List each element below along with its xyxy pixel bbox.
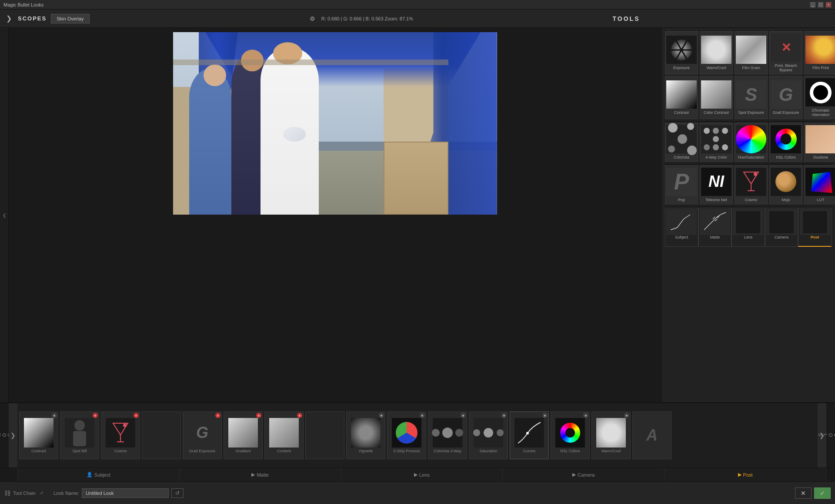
maximize-button[interactable]: □ <box>818 2 824 8</box>
collapse-button[interactable]: ❯ <box>4 13 13 24</box>
strip-item-colorista3[interactable]: ● Colorista 3-Way <box>428 411 467 459</box>
colorista-label: Colorista <box>674 155 689 159</box>
tool-colorcontrast[interactable]: Color Contrast <box>700 76 733 119</box>
tool-gradexposure[interactable]: G Grad Exposure <box>769 76 802 119</box>
tool-spotexposure[interactable]: S Spot Exposure <box>735 76 768 119</box>
section-post[interactable]: ▶ Post <box>665 468 826 481</box>
strip-close-vignette[interactable]: ● <box>379 413 384 418</box>
cosmo-martini-svg <box>111 421 130 445</box>
mojo-icon <box>771 168 801 196</box>
section-lens[interactable]: ▶ Lens <box>341 468 503 481</box>
post-curve-svg <box>802 210 828 234</box>
strip-item-cosmo[interactable]: ● Cosmo <box>101 411 140 459</box>
tools-row-1: Exposure Warm/Cool Film Grain <box>665 31 832 74</box>
strip-close-content[interactable]: ● <box>297 413 302 418</box>
minimize-button[interactable]: _ <box>810 2 816 8</box>
strip-close-colorista3[interactable]: ● <box>461 413 466 418</box>
strip-close-gradient[interactable]: ● <box>256 413 261 418</box>
strip-item-saturation[interactable]: ● Saturation <box>469 411 508 459</box>
circle-outline <box>810 82 832 103</box>
strip-item-curves[interactable]: ● Curves <box>510 411 549 459</box>
spotexposure-label: Spot Exposure <box>738 110 764 115</box>
strip-thumb-hslcolors <box>555 418 585 448</box>
strip-thumb-contrast <box>23 418 54 448</box>
looks-labels: L O O K S <box>0 403 9 468</box>
section-matte[interactable]: ▶ Matte <box>180 468 341 481</box>
3d-cube <box>811 172 832 193</box>
strip-item-gradient[interactable]: ● Gradient <box>224 411 263 459</box>
tool-cosmo[interactable]: Cosmo <box>735 165 768 204</box>
tool-filmgrain[interactable]: Film Grain <box>735 31 768 74</box>
4way-dot-4 <box>713 136 719 142</box>
tool-warmcool[interactable]: Warm/Cool <box>700 31 733 74</box>
close-button[interactable]: × <box>825 2 832 8</box>
strip-close-3strip[interactable]: ● <box>420 413 425 418</box>
skin-overlay-button[interactable]: Skin Overlay <box>51 14 89 23</box>
topbar-left: ❯ SCOPES Skin Overlay ⚙ R: 0.680 | G: 0.… <box>0 13 418 24</box>
telecine-label: Telecine Net <box>705 198 727 202</box>
tool-telecine[interactable]: NI Telecine Net <box>700 165 733 204</box>
segment-subject[interactable]: Subject <box>665 208 698 247</box>
strip-item-content[interactable]: ● Content <box>264 411 304 459</box>
segment-lens[interactable]: Lens <box>731 208 765 247</box>
gradexposure-label: Grad Exposure <box>773 110 799 115</box>
strip-item-a[interactable]: A <box>632 411 671 459</box>
tool-colorista[interactable]: Colorista <box>665 123 698 162</box>
tool-mojo[interactable]: Mojo <box>769 165 802 204</box>
strip-item-3strip[interactable]: ● 3-Strip Process <box>387 411 426 459</box>
strip-item-vignette[interactable]: ● Vignette <box>346 411 385 459</box>
cancel-button[interactable]: ✕ <box>795 487 812 499</box>
4way-dots <box>704 128 729 150</box>
tool-contrast[interactable]: Contrast <box>665 76 698 119</box>
svg-line-5 <box>715 219 717 221</box>
lens-curve-svg <box>735 210 761 234</box>
apply-button[interactable]: ✓ <box>814 487 831 499</box>
segment-camera[interactable]: Camera <box>765 208 798 247</box>
strip-close-saturation[interactable]: ● <box>501 413 507 418</box>
gradexposure-icon: G <box>771 80 801 109</box>
4way-dot-1 <box>704 128 710 134</box>
chain-icon: ⛓ <box>4 490 10 497</box>
tool-filmprint[interactable]: Film Print <box>804 31 835 74</box>
strip-left-arrow[interactable]: ❯ <box>9 403 17 468</box>
tool-duotone[interactable]: Duotone <box>804 123 835 162</box>
tool-hslcolors[interactable]: HSL Colors <box>769 123 802 162</box>
hsl-container <box>774 127 798 151</box>
pop-thumb: P <box>666 168 697 196</box>
strip-item-contrast[interactable]: ● Contrast <box>19 411 58 459</box>
strip-item-gradexposure[interactable]: ● G Grad Exposure <box>183 411 222 459</box>
strip-item-warmcool[interactable]: ● Warm/Cool <box>591 411 631 459</box>
strip-item-hslcolors[interactable]: ● HSL Colors <box>551 411 590 459</box>
tool-huesat[interactable]: Hue/Saturation <box>735 123 768 162</box>
tool-exposure[interactable]: Exposure <box>665 31 698 74</box>
tool-chromatic[interactable]: Chromatic Aberration <box>804 76 835 119</box>
cosmo-label: Cosmo <box>745 198 758 202</box>
strip-close-gradexposure[interactable]: ● <box>215 413 220 418</box>
tool-lut[interactable]: LUT <box>804 165 835 204</box>
strip-close-curves[interactable]: ● <box>542 413 548 418</box>
settings-icon[interactable]: ⚙ <box>310 15 315 22</box>
tool-4way[interactable]: 4-Way Color <box>700 123 733 162</box>
section-camera[interactable]: ▶ Camera <box>503 468 665 481</box>
strip-thumb-gradexposure: G <box>187 418 217 448</box>
strip-close-contrast[interactable]: ● <box>52 413 57 418</box>
strip-close-cosmo[interactable]: ● <box>134 413 139 418</box>
left-panel[interactable]: ❮ <box>0 28 9 402</box>
segment-post[interactable]: Post <box>798 208 832 247</box>
strip-thumb-vignette <box>351 418 381 448</box>
g-strip-icon: G <box>187 418 217 448</box>
section-subject[interactable]: 👤 Subject <box>17 468 180 481</box>
tool-pop[interactable]: P Pop <box>665 165 698 204</box>
reset-button[interactable]: ↺ <box>171 488 184 498</box>
subject-curve-svg <box>668 210 695 234</box>
look-name-input[interactable] <box>82 488 169 498</box>
hsl-strip-container <box>559 421 581 444</box>
strip-close-hslcolors[interactable]: ● <box>583 413 588 418</box>
strip-close-warmcool[interactable]: ● <box>624 413 629 418</box>
strip-close-spotbill[interactable]: ● <box>93 413 98 418</box>
tool-printbleach[interactable]: ✕ Print, Bleach Bypass <box>769 31 802 74</box>
segment-matte[interactable]: Matte <box>698 208 732 247</box>
chromatic-label: Chromatic Aberration <box>805 108 835 117</box>
strip-item-spotbill[interactable]: ● Spot Bill <box>60 411 99 459</box>
subject-bar-label: Subject <box>94 472 110 477</box>
